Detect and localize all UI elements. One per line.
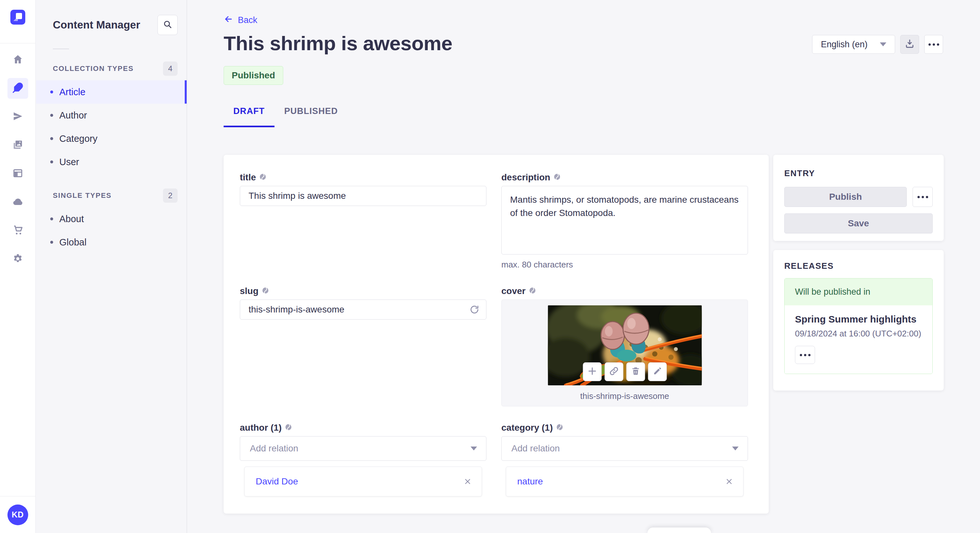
sidebar-divider <box>53 49 69 49</box>
copy-link-button[interactable] <box>605 362 623 381</box>
trash-icon <box>631 366 640 377</box>
regenerate-icon[interactable] <box>469 305 479 314</box>
field-slug: slug <box>240 286 487 406</box>
field-author: author (1) Add relation David Doe <box>240 423 487 497</box>
rail-divider <box>0 43 35 43</box>
add-media-button[interactable] <box>583 362 601 381</box>
release-card: Will be published in Spring Summer highl… <box>784 278 933 374</box>
entry-actions-row: Publish <box>784 187 933 207</box>
author-relation-item: David Doe <box>244 466 482 497</box>
media-library-icon <box>12 139 23 152</box>
remove-relation-icon[interactable] <box>725 477 733 486</box>
entry-panel-heading: ENTRY <box>784 168 933 178</box>
rail-item-media-library[interactable] <box>8 135 28 156</box>
category-relation-combobox[interactable]: Add relation <box>501 436 748 461</box>
sidebar-item-category[interactable]: Category <box>36 127 187 150</box>
slug-input-wrap <box>240 300 487 320</box>
sidebar-item-article[interactable]: Article <box>36 80 187 104</box>
more-icon <box>922 196 924 198</box>
release-more-button[interactable] <box>795 346 815 364</box>
tab-draft[interactable]: DRAFT <box>224 103 275 127</box>
main-content: Back This shrimp is awesome Published En… <box>187 0 980 533</box>
cover-actions <box>583 362 667 381</box>
cover-caption: this-shrimp-is-awesome <box>502 391 748 401</box>
strapi-logo[interactable] <box>10 10 25 25</box>
sidebar-item-author[interactable]: Author <box>36 104 187 127</box>
search-button[interactable] <box>158 15 178 35</box>
category-relation-item: nature <box>506 466 743 497</box>
rail-item-transfer[interactable] <box>8 106 28 127</box>
rail-footer: KD <box>0 496 35 533</box>
rail-item-content-type-builder[interactable] <box>8 163 28 184</box>
rail-item-settings[interactable] <box>8 249 28 270</box>
combobox-placeholder: Add relation <box>511 443 560 454</box>
field-cover: cover <box>501 286 748 406</box>
remove-relation-icon[interactable] <box>463 477 472 486</box>
tab-label: PUBLISHED <box>284 106 338 116</box>
more-icon <box>933 43 935 46</box>
home-icon <box>12 54 23 66</box>
slug-input[interactable] <box>240 300 487 320</box>
rail-item-marketplace[interactable] <box>8 220 28 241</box>
section-count-badge: 4 <box>163 62 178 76</box>
tab-published[interactable]: PUBLISHED <box>284 103 338 127</box>
globe-icon <box>554 172 561 182</box>
entry-panel: ENTRY Publish Save <box>773 155 944 241</box>
field-description-label-row: description <box>501 172 748 182</box>
sidebar-title: Content Manager <box>53 19 140 31</box>
globe-icon <box>529 286 536 296</box>
globe-icon <box>262 286 269 296</box>
sidebar-item-label: About <box>59 214 84 224</box>
cart-icon <box>12 225 23 237</box>
field-label: title <box>240 172 256 182</box>
sidebar-item-global[interactable]: Global <box>36 230 187 254</box>
sidebar-item-about[interactable]: About <box>36 207 187 230</box>
back-link[interactable]: Back <box>224 14 257 26</box>
publish-button[interactable]: Publish <box>784 187 907 207</box>
locale-select[interactable]: English (en) <box>812 35 895 54</box>
rail-item-content-manager[interactable] <box>8 78 28 99</box>
content-manager-sidebar: Content Manager COLLECTION TYPES 4 Artic… <box>36 0 187 533</box>
pencil-icon <box>652 366 662 377</box>
back-label: Back <box>238 15 257 25</box>
author-relation-combobox[interactable]: Add relation <box>240 436 487 461</box>
field-author-label-row: author (1) <box>240 423 487 433</box>
more-icon <box>804 354 806 356</box>
more-actions-button[interactable] <box>924 35 943 54</box>
sidebar-header: Content Manager <box>36 0 187 35</box>
sidebar-item-user[interactable]: User <box>36 150 187 174</box>
export-button[interactable] <box>900 35 919 54</box>
title-input[interactable] <box>240 186 487 206</box>
entry-more-button[interactable] <box>913 187 933 207</box>
section-collection-types: COLLECTION TYPES 4 <box>53 62 178 76</box>
link-icon <box>609 366 619 377</box>
relation-link[interactable]: nature <box>517 476 543 487</box>
delete-media-button[interactable] <box>626 362 645 381</box>
rail-item-home[interactable] <box>8 49 28 70</box>
field-label: cover <box>501 286 526 296</box>
avatar[interactable]: KD <box>8 504 28 525</box>
gear-icon <box>12 253 23 265</box>
release-status: Will be published in <box>784 279 932 305</box>
globe-icon <box>285 423 292 433</box>
status-badge: Published <box>224 66 283 85</box>
layout-icon <box>12 168 23 180</box>
strapi-logo-square <box>16 13 22 19</box>
plus-icon <box>587 366 597 377</box>
globe-icon <box>556 423 563 433</box>
field-title-label-row: title <box>240 172 487 182</box>
relation-link[interactable]: David Doe <box>256 476 298 487</box>
floating-widget[interactable] <box>648 528 711 533</box>
field-title: title <box>240 172 487 270</box>
chevron-down-icon <box>880 43 886 46</box>
sidebar-item-label: Category <box>59 133 97 144</box>
field-label: slug <box>240 286 259 296</box>
save-button[interactable]: Save <box>784 213 933 233</box>
description-textarea[interactable]: Mantis shrimps, or stomatopods, are mari… <box>501 186 748 254</box>
edit-media-button[interactable] <box>648 362 667 381</box>
releases-panel: RELEASES Will be published in Spring Sum… <box>773 250 944 390</box>
releases-panel-heading: RELEASES <box>784 261 933 271</box>
section-single-types: SINGLE TYPES 2 <box>53 189 178 203</box>
rail-item-deploy[interactable] <box>8 192 28 213</box>
strapi-admin: KD Content Manager COLLECTION TYPES 4 Ar… <box>0 0 980 533</box>
